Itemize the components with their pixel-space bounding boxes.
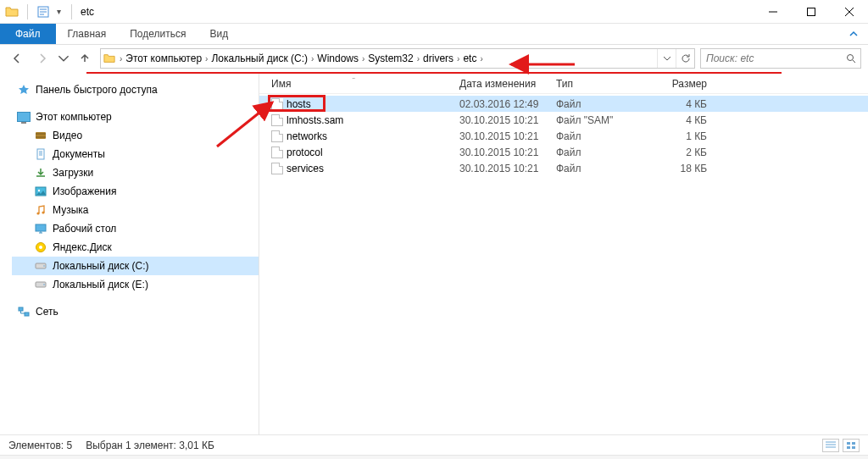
svg-rect-21 <box>852 446 855 449</box>
recent-locations-button[interactable] <box>58 48 70 69</box>
sidebar-item[interactable]: Загрузки <box>12 163 259 182</box>
sidebar-item[interactable]: Рабочий стол <box>12 219 259 238</box>
sidebar-item[interactable]: Локальный диск (C:) <box>12 257 259 275</box>
file-icon <box>271 147 283 158</box>
qat-properties-icon[interactable] <box>36 5 50 19</box>
back-button[interactable] <box>7 48 27 69</box>
chevron-right-icon[interactable]: › <box>360 54 366 64</box>
chevron-right-icon[interactable]: › <box>309 54 315 64</box>
sidebar-item[interactable]: Видео <box>12 126 259 145</box>
breadcrumb-segment[interactable]: Этот компьютер <box>124 53 203 64</box>
file-row[interactable]: protocol30.10.2015 10:21Файл2 КБ <box>259 144 868 160</box>
sidebar-label: Этот компьютер <box>36 111 112 123</box>
file-row[interactable]: hosts02.03.2016 12:49Файл4 КБ <box>259 96 868 112</box>
file-date: 30.10.2015 10:21 <box>459 147 556 158</box>
sidebar-label: Рабочий стол <box>53 223 116 235</box>
view-details-button[interactable] <box>822 439 839 452</box>
breadcrumb-segment[interactable]: drivers <box>421 53 455 64</box>
search-box[interactable] <box>700 48 861 69</box>
sidebar-label: Изображения <box>53 185 116 197</box>
breadcrumb-segment[interactable]: etc <box>461 53 478 64</box>
sidebar-item-quick-access[interactable]: Панель быстрого доступа <box>12 80 259 99</box>
file-date: 02.03.2016 12:49 <box>459 98 556 110</box>
sidebar-item[interactable]: Яндекс.Диск <box>12 238 259 257</box>
svg-rect-3 <box>36 132 46 139</box>
close-button[interactable] <box>830 0 868 24</box>
chevron-down-icon[interactable]: ▾ <box>55 7 63 16</box>
file-size: 4 КБ <box>648 98 715 110</box>
sidebar-label: Панель быстрого доступа <box>36 84 158 96</box>
breadcrumb-segment[interactable]: System32 <box>366 53 415 64</box>
file-tab[interactable]: Файл <box>0 24 56 44</box>
separator <box>71 4 72 19</box>
address-history-button[interactable] <box>657 49 676 68</box>
ribbon-tab-view[interactable]: Вид <box>198 24 240 44</box>
chevron-right-icon[interactable]: › <box>203 54 209 64</box>
chevron-right-icon[interactable]: › <box>455 54 461 64</box>
desktop-icon <box>34 222 47 235</box>
sidebar-label: Видео <box>53 130 82 141</box>
column-header-date[interactable]: Дата изменения <box>459 78 556 90</box>
drive-icon <box>34 259 47 273</box>
breadcrumb-segment[interactable]: Windows <box>315 53 360 64</box>
sidebar-label: Документы <box>53 148 105 160</box>
file-row[interactable]: networks30.10.2015 10:21Файл1 КБ <box>259 128 868 144</box>
folder-icon <box>101 53 118 64</box>
column-header-name[interactable]: Имя˄ <box>271 78 459 90</box>
column-header-size[interactable]: Размер <box>648 78 715 90</box>
file-icon <box>271 130 283 142</box>
chevron-right-icon[interactable]: › <box>415 54 421 64</box>
svg-rect-19 <box>852 442 855 445</box>
sidebar-item[interactable]: Изображения <box>12 182 259 201</box>
file-list-pane: Имя˄ Дата изменения Тип Размер hosts02.0… <box>259 74 868 434</box>
minimize-button[interactable] <box>754 0 792 24</box>
file-row[interactable]: services30.10.2015 10:21Файл18 КБ <box>259 160 868 176</box>
refresh-button[interactable] <box>676 49 694 68</box>
details-bar: Тип: Файл, Размер: 3,01 КБ, Дата изменен… <box>0 455 868 459</box>
sidebar-item-network[interactable]: Сеть <box>12 302 259 321</box>
yadisk-icon <box>34 241 47 254</box>
sidebar-item[interactable]: Музыка <box>12 201 259 219</box>
file-size: 2 КБ <box>648 147 715 158</box>
sidebar-label: Локальный диск (E:) <box>53 279 148 290</box>
file-type: Файл <box>556 98 648 110</box>
sidebar-item[interactable]: Документы <box>12 145 259 163</box>
file-name: hosts <box>287 98 311 110</box>
status-selection: Выбран 1 элемент: 3,01 КБ <box>86 440 214 451</box>
sidebar-label: Сеть <box>36 306 58 318</box>
file-size: 1 КБ <box>648 130 715 142</box>
chevron-right-icon[interactable]: › <box>118 54 124 64</box>
chevron-right-icon[interactable]: › <box>478 54 484 64</box>
sidebar-item[interactable]: Локальный диск (E:) <box>12 275 259 294</box>
navigation-pane: Панель быстрого доступа Этот компьютер В… <box>0 74 259 434</box>
network-icon <box>17 305 31 318</box>
breadcrumb: Этот компьютер›Локальный диск (C:)›Windo… <box>124 53 657 64</box>
sidebar-label: Локальный диск (C:) <box>53 260 149 272</box>
file-icon <box>271 114 283 126</box>
ribbon-tab-share[interactable]: Поделиться <box>118 24 198 44</box>
search-icon[interactable] <box>842 53 860 64</box>
sidebar-item-this-pc[interactable]: Этот компьютер <box>12 108 259 126</box>
file-type: Файл <box>556 130 648 142</box>
ribbon-collapse-icon[interactable] <box>839 24 868 44</box>
music-icon <box>34 203 47 217</box>
address-bar[interactable]: › Этот компьютер›Локальный диск (C:)›Win… <box>100 48 695 69</box>
file-name: networks <box>287 130 327 142</box>
sidebar-label: Яндекс.Диск <box>53 241 112 253</box>
up-button[interactable] <box>75 48 95 69</box>
breadcrumb-segment[interactable]: Локальный диск (C:) <box>209 53 309 64</box>
file-name: protocol <box>287 147 323 158</box>
forward-button[interactable] <box>32 48 53 69</box>
ribbon-tab-home[interactable]: Главная <box>56 24 119 44</box>
file-date: 30.10.2015 10:21 <box>459 130 556 142</box>
svg-point-15 <box>43 284 45 285</box>
view-large-icons-button[interactable] <box>843 439 860 452</box>
column-header-type[interactable]: Тип <box>556 78 648 90</box>
maximize-button[interactable] <box>792 0 830 24</box>
file-icon <box>271 98 283 110</box>
computer-icon <box>17 110 31 124</box>
star-icon <box>17 83 31 97</box>
search-input[interactable] <box>701 53 842 64</box>
file-list: hosts02.03.2016 12:49Файл4 КБlmhosts.sam… <box>259 94 868 434</box>
file-row[interactable]: lmhosts.sam30.10.2015 10:21Файл "SAM"4 К… <box>259 112 868 128</box>
